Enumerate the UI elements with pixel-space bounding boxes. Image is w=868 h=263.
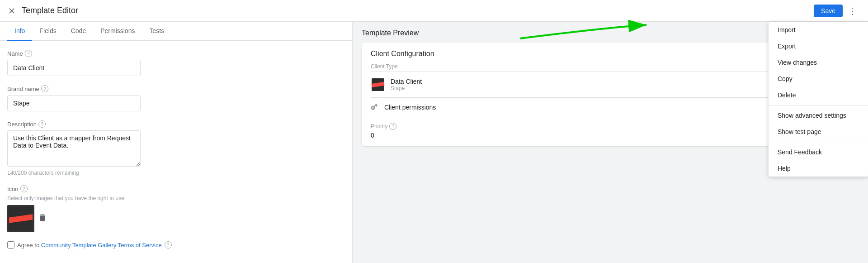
description-label: Description ?: [7, 120, 345, 128]
delete-menu-item[interactable]: Delete: [769, 87, 868, 103]
export-menu-item[interactable]: Export: [769, 38, 868, 54]
left-panel: Info Fields Code Permissions Tests Name …: [0, 22, 353, 263]
import-menu-item[interactable]: Import: [769, 22, 868, 38]
brand-name-input[interactable]: [7, 95, 141, 111]
icon-label: Icon ?: [7, 185, 345, 192]
name-help-icon[interactable]: ?: [25, 50, 32, 57]
topbar-left: Template Editor: [7, 6, 78, 15]
terms-help-icon[interactable]: ?: [165, 241, 172, 249]
dropdown-menu: Import Export View changes Copy Delete S…: [769, 22, 868, 177]
terms-text: Agree to Community Template Gallery Term…: [17, 242, 162, 249]
client-item-text: Data Client Stape: [391, 78, 422, 91]
topbar: Template Editor Save ⋮ Import Export Vie…: [0, 0, 868, 22]
name-label: Name ?: [7, 50, 345, 57]
icon-sublabel: Select only images that you have the rig…: [7, 195, 345, 201]
dropdown-divider-1: [769, 105, 868, 105]
name-input[interactable]: [7, 60, 141, 76]
priority-help-icon[interactable]: ?: [389, 123, 396, 130]
permissions-label: Client permissions: [384, 104, 436, 111]
tabs: Info Fields Code Permissions Tests: [0, 22, 352, 41]
tab-tests[interactable]: Tests: [142, 22, 171, 41]
tab-code[interactable]: Code: [64, 22, 93, 41]
description-help-icon[interactable]: ?: [38, 120, 46, 128]
brand-name-field-group: Brand name ?: [7, 85, 345, 111]
close-button[interactable]: [7, 6, 16, 15]
name-field-group: Name ?: [7, 50, 345, 76]
view-changes-menu-item[interactable]: View changes: [769, 54, 868, 71]
icon-field-group: Icon ? Select only images that you have …: [7, 185, 345, 232]
save-button[interactable]: Save: [814, 5, 843, 17]
description-input[interactable]: Use this Client as a mapper from Request…: [7, 130, 141, 167]
topbar-right: Save ⋮ Import Export View changes Copy D…: [814, 4, 861, 18]
icon-preview: [7, 205, 345, 232]
help-menu-item[interactable]: Help: [769, 160, 868, 177]
client-name: Data Client: [391, 78, 422, 85]
test-page-menu-item[interactable]: Show test page: [769, 124, 868, 140]
tab-fields[interactable]: Fields: [32, 22, 63, 41]
form-content: Name ? Brand name ? Description ? U: [0, 41, 352, 263]
icon-image: [7, 205, 34, 232]
main-layout: Info Fields Code Permissions Tests Name …: [0, 22, 868, 263]
client-icon: [371, 77, 385, 92]
dropdown-divider-2: [769, 142, 868, 142]
terms-link[interactable]: Community Template Gallery Terms of Serv…: [41, 242, 162, 249]
icon-help-icon[interactable]: ?: [20, 185, 28, 192]
brand-name-help-icon[interactable]: ?: [41, 85, 48, 92]
copy-menu-item[interactable]: Copy: [769, 71, 868, 87]
brand-name-label: Brand name ?: [7, 85, 345, 92]
page-title: Template Editor: [22, 6, 78, 15]
feedback-menu-item[interactable]: Send Feedback: [769, 144, 868, 160]
terms-row: Agree to Community Template Gallery Term…: [7, 241, 345, 249]
client-sub: Stape: [391, 85, 422, 91]
tab-permissions[interactable]: Permissions: [93, 22, 142, 41]
stape-mini-logo: [372, 78, 384, 91]
icon-delete-button[interactable]: [38, 213, 47, 225]
tab-info[interactable]: Info: [7, 22, 32, 41]
more-options-button[interactable]: ⋮: [844, 4, 861, 18]
terms-checkbox[interactable]: [7, 241, 14, 249]
advanced-settings-menu-item[interactable]: Show advanced settings: [769, 107, 868, 124]
key-icon: [368, 101, 381, 114]
description-field-group: Description ? Use this Client as a mappe…: [7, 120, 345, 176]
char-count: 140/200 characters remaining: [7, 170, 345, 176]
